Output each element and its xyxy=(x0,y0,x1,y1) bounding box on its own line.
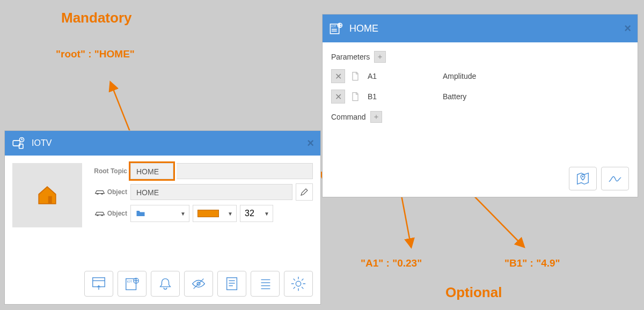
root-topic-value-highlighted: HOME xyxy=(130,163,173,179)
svg-text:IOT: IOT xyxy=(331,25,336,28)
chevron-down-icon: ▼ xyxy=(180,211,186,217)
svg-point-25 xyxy=(582,176,584,178)
thumbnail xyxy=(12,163,82,227)
color-swatch xyxy=(197,210,219,217)
note-icon xyxy=(224,276,240,292)
command-label: Command xyxy=(331,113,366,121)
iot-config-icon: IOT xyxy=(124,276,140,292)
add-parameter-button[interactable]: ＋ xyxy=(374,51,386,63)
document-icon xyxy=(350,91,361,102)
delete-param-button[interactable]: ✕ xyxy=(331,90,345,104)
command-section: Command ＋ xyxy=(331,111,629,123)
param-key: A1 xyxy=(368,72,443,80)
annotation-root: "root" : "HOME" xyxy=(56,48,135,60)
object-label-text: Object xyxy=(107,188,127,196)
home-footer xyxy=(331,167,629,190)
car-icon xyxy=(94,210,105,217)
svg-text:IOT: IOT xyxy=(127,280,133,283)
list-button[interactable] xyxy=(251,271,280,297)
param-row: ✕ A1 Amplitude xyxy=(331,66,629,86)
svg-rect-11 xyxy=(227,278,237,290)
iot-config-button[interactable]: IOT xyxy=(118,271,147,297)
svg-rect-3 xyxy=(48,196,52,204)
upload-button[interactable] xyxy=(84,271,113,297)
settings-button[interactable] xyxy=(284,271,313,297)
edit-param-button[interactable] xyxy=(348,69,362,83)
parameters-label: Parameters xyxy=(331,53,370,61)
root-topic-row: Root Topic HOME xyxy=(90,163,313,179)
home-header: IOT HOME × xyxy=(323,14,638,42)
chart-line-icon xyxy=(607,171,623,187)
object-label: Object xyxy=(90,188,127,196)
object2-label: Object xyxy=(90,210,127,217)
color-select[interactable]: ▼ xyxy=(193,205,237,222)
annotation-b1: "B1" : "4.9" xyxy=(504,257,560,269)
delete-param-button[interactable]: ✕ xyxy=(331,69,345,83)
home-panel: IOT HOME × Parameters ＋ ✕ A1 Amplitude ✕ xyxy=(322,14,638,197)
folder-select[interactable]: ▼ xyxy=(130,205,189,222)
close-icon[interactable]: × xyxy=(307,136,314,150)
object-row: Object HOME xyxy=(90,183,313,201)
pencil-icon xyxy=(299,187,309,197)
bell-icon xyxy=(157,276,173,292)
object2-label-text: Object xyxy=(107,210,127,217)
svg-point-19 xyxy=(296,281,301,286)
gear-icon xyxy=(290,276,306,292)
root-topic-label: Root Topic xyxy=(90,167,127,175)
chart-button[interactable] xyxy=(601,167,629,190)
size-value: 32 xyxy=(245,209,254,218)
visibility-button[interactable] xyxy=(184,271,213,297)
map-pin-icon xyxy=(575,171,591,187)
param-row: ✕ B1 Battery xyxy=(331,86,629,107)
document-icon xyxy=(350,71,361,82)
parameters-section: Parameters ＋ xyxy=(331,51,629,63)
size-select[interactable]: 32 ▼ xyxy=(240,205,273,222)
param-key: B1 xyxy=(368,92,443,101)
iotv-body: Root Topic HOME Object HOME Object xyxy=(5,156,320,271)
eye-slash-icon xyxy=(191,276,207,292)
car-icon xyxy=(94,189,105,195)
object2-row: Object ▼ ▼ 32 ▼ xyxy=(90,205,313,222)
annotation-a1: "A1" : "0.23" xyxy=(361,257,422,269)
chevron-down-icon: ▼ xyxy=(228,211,233,217)
close-icon[interactable]: × xyxy=(624,21,631,35)
edit-param-button[interactable] xyxy=(348,90,362,104)
param-value: Battery xyxy=(443,92,629,101)
iotv-toolbar: IOT xyxy=(5,271,320,304)
object-field[interactable]: HOME xyxy=(130,184,292,200)
home-body: Parameters ＋ ✕ A1 Amplitude ✕ B1 Battery… xyxy=(323,42,638,197)
list-icon xyxy=(257,276,273,292)
param-value: Amplitude xyxy=(443,72,629,80)
alarm-button[interactable] xyxy=(151,271,180,297)
note-button[interactable] xyxy=(217,271,246,297)
devices-icon xyxy=(11,136,25,150)
home-icon xyxy=(36,184,58,206)
annotation-mandatory: Mandatory xyxy=(61,10,131,26)
add-command-button[interactable]: ＋ xyxy=(370,111,382,123)
chevron-down-icon: ▼ xyxy=(264,211,269,217)
iotv-panel: IOTV × Root Topic HOME Object HOME xyxy=(4,130,321,305)
edit-button[interactable] xyxy=(296,183,313,201)
iotv-form: Root Topic HOME Object HOME Object xyxy=(90,163,313,267)
root-topic-field-extend[interactable] xyxy=(177,163,313,179)
iot-config-icon: IOT xyxy=(329,21,343,35)
home-title: HOME xyxy=(349,23,378,34)
iotv-header: IOTV × xyxy=(5,131,320,156)
upload-icon xyxy=(91,276,107,292)
annotation-optional: Optional xyxy=(445,284,502,301)
map-button[interactable] xyxy=(569,167,597,190)
folder-icon xyxy=(135,208,146,219)
iotv-title: IOTV xyxy=(32,138,52,148)
